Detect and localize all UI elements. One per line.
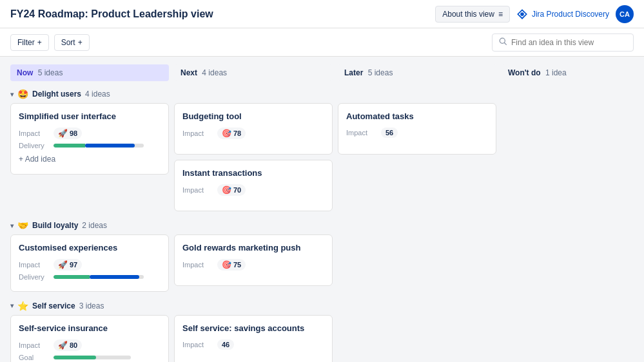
filter-label: Filter: [17, 38, 35, 47]
impact-value: 78: [233, 129, 241, 137]
search-input[interactable]: [511, 38, 627, 47]
card-self-service-insurance: Self-service insurance Impact 🚀 80 Goal: [10, 315, 169, 362]
goal-label: Goal: [19, 354, 50, 361]
column-wontdo-header: Won't do 1 idea: [502, 64, 644, 81]
impact-field: Impact 56: [346, 128, 488, 138]
card-title: Gold rewards marketing push: [182, 243, 324, 254]
impact-label: Impact: [182, 186, 213, 194]
delivery-bar: [54, 275, 144, 279]
columns-header: Now 5 ideas Next 4 ideas Later 5 ideas W…: [10, 64, 634, 81]
group-delight-users-header[interactable]: ▾ 🤩 Delight users 4 ideas: [10, 85, 634, 103]
group-self-service-header[interactable]: ▾ ⭐ Self service 3 ideas: [10, 297, 634, 315]
main-content: Now 5 ideas Next 4 ideas Later 5 ideas W…: [0, 57, 644, 362]
impact-label: Impact: [346, 129, 377, 137]
add-idea-label: + Add idea: [19, 155, 55, 164]
card-gold-rewards: Gold rewards marketing push Impact 🎯 75: [174, 234, 333, 286]
card-title: Customised experiences: [19, 243, 161, 254]
group-label: Build loyalty: [32, 221, 78, 230]
search-box[interactable]: [492, 33, 634, 52]
group-label: Delight users: [32, 90, 81, 99]
card-title: Budgeting tool: [182, 111, 324, 122]
impact-field: Impact 46: [182, 339, 324, 350]
top-nav-right: About this view ≡ Jira Product Discovery…: [435, 5, 634, 23]
impact-value: 56: [385, 129, 393, 137]
group-count: 4 ideas: [85, 90, 110, 99]
svg-point-0: [520, 12, 524, 16]
chevron-down-icon: ▾: [10, 302, 14, 309]
group-emoji: 🤝: [17, 220, 28, 231]
impact-label: Impact: [182, 341, 213, 348]
group-build-loyalty-header[interactable]: ▾ 🤝 Build loyalty 2 ideas: [10, 216, 634, 234]
column-later-header: Later 5 ideas: [338, 64, 496, 81]
col-later-label: Later: [344, 68, 363, 77]
impact-field: Impact 🚀 80: [19, 339, 161, 351]
delivery-field: Delivery: [19, 142, 161, 149]
filter-plus-icon: +: [37, 38, 42, 47]
group-self-service: ▾ ⭐ Self service 3 ideas Self-service in…: [10, 297, 634, 362]
sort-button[interactable]: Sort +: [54, 34, 90, 51]
impact-field: Impact 🎯 70: [182, 184, 324, 196]
col-next-label: Next: [181, 68, 197, 77]
add-idea-button[interactable]: + Add idea: [19, 152, 55, 166]
sort-plus-icon: +: [78, 38, 83, 47]
top-nav: FY24 Roadmap: Product Leadership view Ab…: [0, 0, 644, 28]
delivery-label: Delivery: [19, 273, 50, 281]
jira-logo-icon: [516, 8, 528, 20]
next-col-delight: Budgeting tool Impact 🎯 78 Instant trans…: [174, 103, 333, 211]
col-next-count: 4 ideas: [202, 68, 227, 77]
group-label: Self service: [32, 301, 75, 310]
svg-line-2: [505, 43, 507, 44]
card-budgeting-tool: Budgeting tool Impact 🎯 78: [174, 103, 333, 155]
impact-label: Impact: [19, 341, 50, 349]
menu-icon: ≡: [498, 10, 503, 19]
group-count: 3 ideas: [79, 301, 104, 310]
impact-field: Impact 🚀 97: [19, 259, 161, 271]
sort-label: Sort: [61, 38, 75, 47]
delivery-bar: [54, 144, 144, 148]
self-service-cards: Self-service insurance Impact 🚀 80 Goal: [10, 315, 634, 362]
card-title: Simplified user interface: [19, 111, 161, 122]
impact-badge: 🚀 98: [54, 128, 82, 139]
card-savings-accounts: Self service: savings accounts Impact 46: [174, 315, 333, 362]
col-wontdo-label: Won't do: [508, 68, 541, 77]
avatar[interactable]: CA: [616, 5, 634, 23]
chevron-down-icon: ▾: [10, 91, 14, 98]
impact-badge: 🎯 78: [217, 128, 246, 139]
impact-badge: 🎯 75: [217, 259, 246, 271]
col-now-count: 5 ideas: [38, 68, 63, 77]
impact-badge: 🚀 97: [54, 259, 82, 271]
impact-value: 70: [233, 186, 241, 194]
col-wontdo-count: 1 idea: [545, 68, 567, 77]
card-title: Instant transactions: [182, 168, 324, 179]
impact-badge: 🚀 80: [54, 339, 82, 351]
impact-value: 80: [70, 341, 77, 349]
impact-badge: 🎯 70: [217, 184, 246, 196]
impact-label: Impact: [182, 261, 213, 269]
rocket-icon: 🚀: [58, 260, 68, 269]
card-instant-transactions: Instant transactions Impact 🎯 70: [174, 160, 333, 211]
page-title: FY24 Roadmap: Product Leadership view: [10, 8, 213, 20]
col-now-label: Now: [17, 68, 33, 77]
card-customised-experiences: Customised experiences Impact 🚀 97 Deliv…: [10, 234, 169, 292]
jira-brand: Jira Product Discovery: [516, 8, 609, 20]
group-build-loyalty: ▾ 🤝 Build loyalty 2 ideas Customised exp…: [10, 216, 634, 292]
rocket-icon: 🚀: [58, 129, 68, 138]
impact-value: 97: [70, 261, 77, 269]
card-simplified-ui: Simplified user interface Impact 🚀 98 De…: [10, 103, 169, 175]
col-later-count: 5 ideas: [368, 68, 393, 77]
card-title: Self service: savings accounts: [182, 323, 324, 334]
filter-button[interactable]: Filter +: [10, 34, 49, 51]
impact-field: Impact 🎯 78: [182, 128, 324, 139]
card-title: Automated tasks: [346, 111, 488, 122]
goal-bar: [54, 356, 131, 359]
group-emoji: 🤩: [17, 89, 28, 99]
about-view-label: About this view: [442, 10, 494, 19]
goal-field: Goal: [19, 354, 161, 361]
delivery-field: Delivery: [19, 273, 161, 281]
column-now-header: Now 5 ideas: [10, 64, 169, 81]
impact-field: Impact 🎯 75: [182, 259, 324, 271]
column-next-header: Next 4 ideas: [174, 64, 333, 81]
build-loyalty-cards: Customised experiences Impact 🚀 97 Deliv…: [10, 234, 634, 292]
about-view-button[interactable]: About this view ≡: [435, 6, 510, 23]
target-icon: 🎯: [222, 129, 231, 138]
